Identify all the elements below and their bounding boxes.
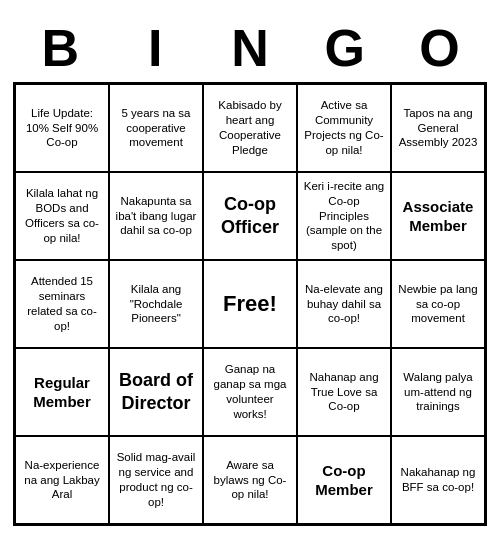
bingo-cell: Free! [203,260,297,348]
bingo-cell: Keri i-recite ang Co-op Principles (samp… [297,172,391,260]
bingo-cell: Associate Member [391,172,485,260]
bingo-cell: Na-elevate ang buhay dahil sa co-op! [297,260,391,348]
bingo-grid: Life Update: 10% Self 90% Co-op5 years n… [13,82,487,526]
bingo-cell: 5 years na sa cooperative movement [109,84,203,172]
bingo-letter: G [301,18,389,78]
bingo-cell: Board of Director [109,348,203,436]
bingo-cell: Tapos na ang General Assembly 2023 [391,84,485,172]
bingo-title: BINGO [13,18,487,78]
bingo-cell: Nahanap ang True Love sa Co-op [297,348,391,436]
bingo-cell: Aware sa bylaws ng Co-op nila! [203,436,297,524]
bingo-cell: Life Update: 10% Self 90% Co-op [15,84,109,172]
bingo-cell: Active sa Community Projects ng Co-op ni… [297,84,391,172]
bingo-card: BINGO Life Update: 10% Self 90% Co-op5 y… [5,10,495,534]
bingo-cell: Co-op Officer [203,172,297,260]
bingo-letter: B [16,18,104,78]
bingo-cell: Solid mag-avail ng service and product n… [109,436,203,524]
bingo-cell: Kilala lahat ng BODs and Officers sa co-… [15,172,109,260]
bingo-letter: O [396,18,484,78]
bingo-cell: Kabisado by heart ang Cooperative Pledge [203,84,297,172]
bingo-cell: Nakahanap ng BFF sa co-op! [391,436,485,524]
bingo-letter: I [111,18,199,78]
bingo-cell: Co-op Member [297,436,391,524]
bingo-letter: N [206,18,294,78]
bingo-cell: Walang palya um-attend ng trainings [391,348,485,436]
bingo-cell: Kilala ang "Rochdale Pioneers" [109,260,203,348]
bingo-cell: Attended 15 seminars related sa co-op! [15,260,109,348]
bingo-cell: Na-experience na ang Lakbay Aral [15,436,109,524]
bingo-cell: Ganap na ganap sa mga volunteer works! [203,348,297,436]
bingo-cell: Regular Member [15,348,109,436]
bingo-cell: Newbie pa lang sa co-op movement [391,260,485,348]
bingo-cell: Nakapunta sa iba't ibang lugar dahil sa … [109,172,203,260]
